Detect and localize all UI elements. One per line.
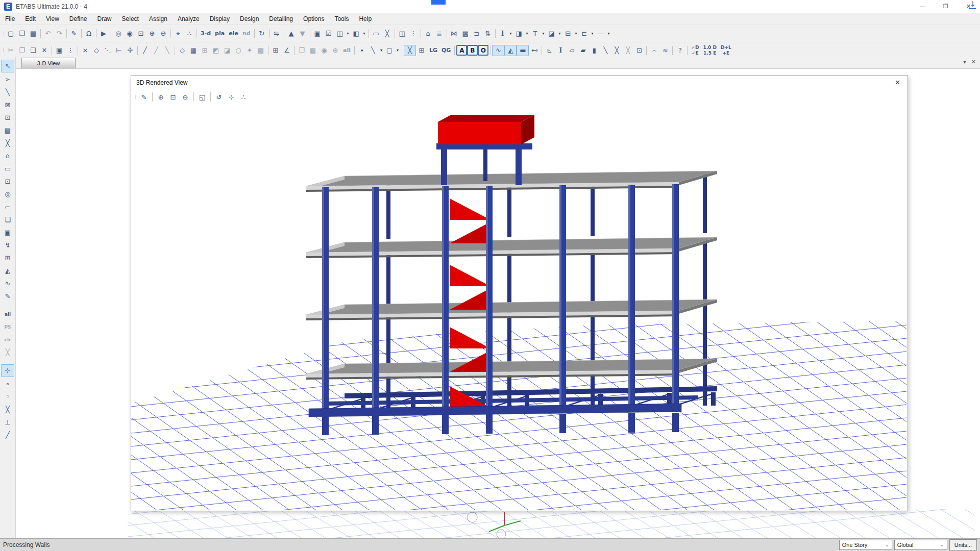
draw-point-area-tool[interactable]: ▣ [2,227,14,238]
design-check-button[interactable]: ✓D ✓E [689,45,701,56]
joint-assign-icon[interactable]: ⊟ [562,28,574,39]
dropdown-icon[interactable]: ▾ [606,28,611,39]
lock-model-icon[interactable]: Ω [83,28,94,39]
menu-assign[interactable]: Assign [144,14,173,23]
text-tool-icon[interactable]: T [530,28,541,39]
snap-frame-tool[interactable]: ∘ [2,378,14,390]
composite-beam-icon[interactable]: ▰ [577,45,589,56]
view-elevation-button[interactable]: ele [227,28,240,39]
zoom-out-icon[interactable]: ⊖ [158,28,169,39]
interactive-database-icon[interactable]: ⋮ [65,45,76,56]
draw-beam-tool[interactable]: ▤ [2,124,14,136]
menu-analyze[interactable]: Analyze [173,14,205,23]
quick-grid-icon[interactable]: ⊞ [416,45,427,56]
close-button[interactable]: ✕ [957,0,980,13]
draw-point-wall-tool[interactable]: ⊡ [2,176,14,187]
save-icon[interactable]: ▤ [28,28,39,39]
draw-joint-icon[interactable]: ∙ [356,45,368,56]
menu-options[interactable]: Options [298,14,329,23]
view-3d-button[interactable]: 3-d [199,28,213,39]
cut-icon[interactable]: ✂ [5,45,16,56]
draw-area-icon[interactable]: ▢ [384,45,395,56]
assign-o-button[interactable]: O [478,45,488,56]
snap-intersection-tool[interactable]: ╳ [2,404,14,415]
extrude-frames-icon[interactable]: ╱ [151,45,162,56]
draw-line-tool[interactable]: ╲ [2,86,14,98]
deselect-lines-tool[interactable]: ╳ [2,346,14,358]
draw-rect-wall-tool[interactable]: ▭ [2,163,14,174]
move-joints-icon[interactable]: ✢ [125,45,136,56]
extrude-joints-icon[interactable]: ╱ [139,45,151,56]
rotate-view-icon[interactable]: ↻ [256,28,267,39]
view-plan-button[interactable]: pla [213,28,227,39]
plan-library-icon[interactable]: ◫ [397,28,408,39]
download-update-icon[interactable]: ↓ [969,1,976,9]
node-dots-icon[interactable]: ∴ [184,28,195,39]
design-combo-button[interactable]: 1.0 D 1.5 E [701,45,719,56]
time-history-icon[interactable]: ≈ [659,45,671,56]
dropdown-icon[interactable]: ▾ [395,45,400,56]
menu-display[interactable]: Display [205,14,235,23]
rotate-3d-icon[interactable]: ↺ [213,91,225,103]
select-all-tool[interactable]: all [2,308,14,320]
menu-select[interactable]: Select [117,14,144,23]
story-selector-dropdown[interactable]: One Story ⌄ [839,540,892,550]
divide-shells-icon[interactable]: ▦ [188,45,199,56]
pen-tool-icon[interactable]: ✎ [138,91,150,103]
frame-elevation-icon[interactable]: ▭ [371,28,382,39]
draw-curve-tool[interactable]: ∿ [2,278,14,289]
load-lg-button[interactable]: LG [427,45,439,56]
merge-frames-icon[interactable]: ◇ [91,45,102,56]
menu-tools[interactable]: Tools [329,14,354,23]
select-all-button[interactable]: all [341,45,353,56]
view-named-button[interactable]: nd [240,28,253,39]
paste-icon[interactable]: ❏ [28,45,39,56]
assign-b-button[interactable]: B [467,45,478,56]
center-rigidity-icon[interactable]: ◉ [318,45,330,56]
load-qg-button[interactable]: QG [439,45,453,56]
snap-midpoint-tool[interactable]: ◦ [2,391,14,403]
minimize-button[interactable]: — [911,0,934,13]
brace-view-icon[interactable]: ╳ [382,28,393,39]
move-up-story-icon[interactable]: ▲ [286,28,297,39]
select-previous-tool[interactable]: PS [2,321,14,333]
tab-3d-view[interactable]: 3-D View [21,58,76,68]
k-factor-h2-icon[interactable]: ╳ [622,45,633,56]
column-design-icon[interactable]: ▮ [589,45,600,56]
units-button[interactable]: Units... [949,539,977,550]
tab-collapse-icon[interactable]: ▾ [963,59,966,65]
dropdown-icon[interactable]: ▾ [525,28,530,39]
draw-floor-tool[interactable]: ◎ [2,188,14,200]
dimension-line-icon[interactable]: ⊷ [529,45,540,56]
pointer-tool[interactable]: ↖ [1,60,14,72]
pier-label-icon[interactable]: ⋈ [449,28,460,39]
paste-properties-icon[interactable]: ❒ [296,45,307,56]
replicate-icon[interactable]: ▣ [54,45,65,56]
k-factor-e-icon[interactable]: ╳ [611,45,622,56]
draw-special-joint-tool[interactable]: ⊡ [2,112,14,123]
zoom-window-icon[interactable]: ⊡ [167,91,179,103]
snap-line-tool[interactable]: ╱ [2,429,14,441]
draw-link-tool[interactable]: ↯ [2,239,14,251]
line-type-icon[interactable]: — [595,28,606,39]
rendered-view-close-icon[interactable]: ✕ [893,79,902,86]
assign-a-button[interactable]: A [456,45,467,56]
redo-icon[interactable]: ↷ [54,28,65,39]
section-designer-icon[interactable]: I [497,28,508,39]
add-area-icon[interactable]: ◩ [210,45,222,56]
object-fill-icon[interactable]: ▬ [517,45,529,56]
steel-design-icon[interactable]: I [555,45,566,56]
spandrel-label-icon[interactable]: ≣ [434,28,445,39]
deformed-shape-icon[interactable]: ∿ [492,45,504,56]
tab-close-icon[interactable]: ✕ [971,59,976,65]
zoom-window-icon[interactable]: ⊡ [135,28,146,39]
pan-icon[interactable]: ◱ [197,91,208,103]
dropdown-icon[interactable]: ▾ [541,28,546,39]
section-cut-icon[interactable]: ◪ [546,28,557,39]
updown-toggle-icon[interactable]: ⇅ [482,28,494,39]
menu-define[interactable]: Define [64,14,92,23]
object-visibility-icon[interactable]: ☑ [323,28,334,39]
move-down-story-icon[interactable]: ▼ [297,28,308,39]
dropdown-icon[interactable]: ▾ [379,45,384,56]
view-options-icon[interactable]: ∴ [238,91,249,103]
